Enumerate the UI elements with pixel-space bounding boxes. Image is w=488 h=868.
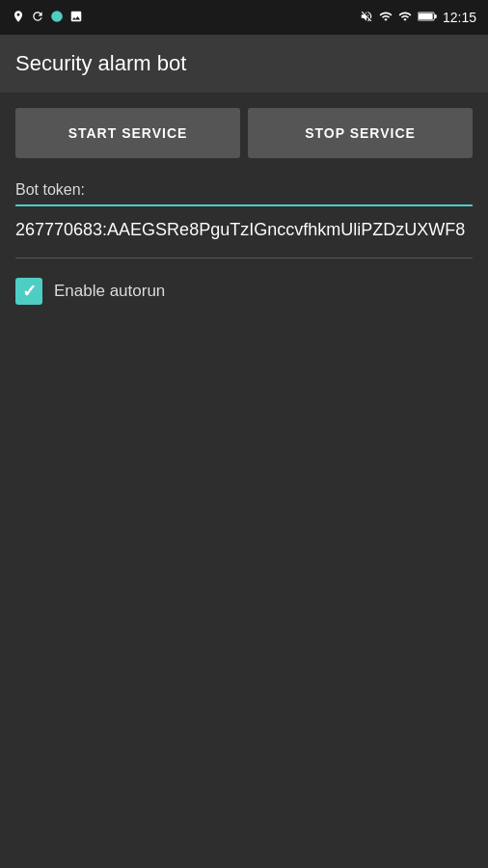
autorun-label: Enable autorun bbox=[54, 282, 165, 301]
autorun-row[interactable]: ✓ Enable autorun bbox=[15, 278, 473, 305]
image-icon bbox=[69, 10, 83, 26]
status-time: 12:15 bbox=[443, 10, 476, 25]
token-underline bbox=[15, 204, 473, 206]
token-divider bbox=[15, 258, 473, 258]
telegram-icon bbox=[50, 10, 64, 26]
wifi-icon bbox=[379, 10, 393, 26]
app-bar: Security alarm bot bbox=[0, 35, 488, 93]
token-value: 267770683:AAEGSRe8PguTzIGnccvfhkmUliPZDz… bbox=[15, 218, 473, 242]
svg-rect-3 bbox=[419, 14, 433, 19]
token-label: Bot token: bbox=[15, 181, 473, 199]
signal-icon bbox=[398, 10, 412, 26]
service-buttons-row: START SERVICE STOP SERVICE bbox=[15, 108, 473, 158]
autorun-checkbox[interactable]: ✓ bbox=[15, 278, 42, 305]
svg-point-0 bbox=[51, 11, 63, 22]
location-icon bbox=[12, 10, 25, 26]
stop-service-button[interactable]: STOP SERVICE bbox=[248, 108, 473, 158]
checkmark-icon: ✓ bbox=[22, 281, 37, 302]
mute-icon bbox=[360, 10, 373, 26]
status-bar-left bbox=[12, 10, 83, 26]
app-title: Security alarm bot bbox=[15, 51, 186, 76]
status-bar-right: 12:15 bbox=[360, 10, 476, 26]
svg-rect-2 bbox=[435, 14, 437, 18]
main-content: START SERVICE STOP SERVICE Bot token: 26… bbox=[0, 93, 488, 320]
battery-icon bbox=[418, 10, 437, 26]
status-bar: 12:15 bbox=[0, 0, 488, 35]
start-service-button[interactable]: START SERVICE bbox=[15, 108, 240, 158]
refresh-icon bbox=[31, 10, 44, 26]
